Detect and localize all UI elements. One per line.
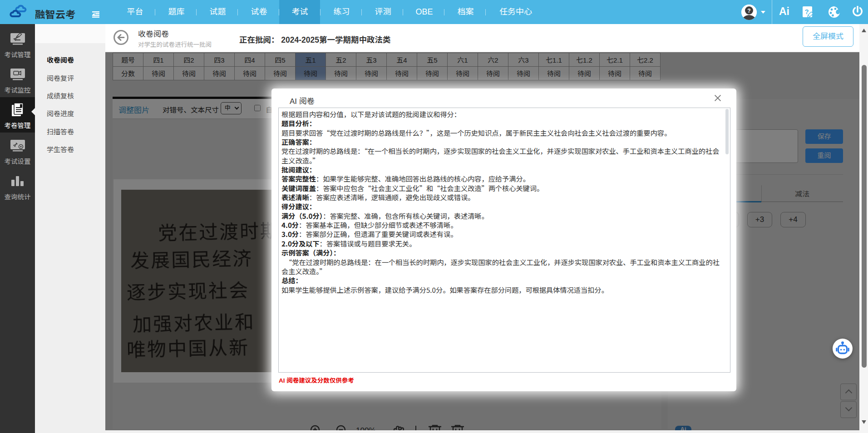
svg-text:?: ? [804,8,809,15]
svg-text:?: ? [747,8,750,14]
